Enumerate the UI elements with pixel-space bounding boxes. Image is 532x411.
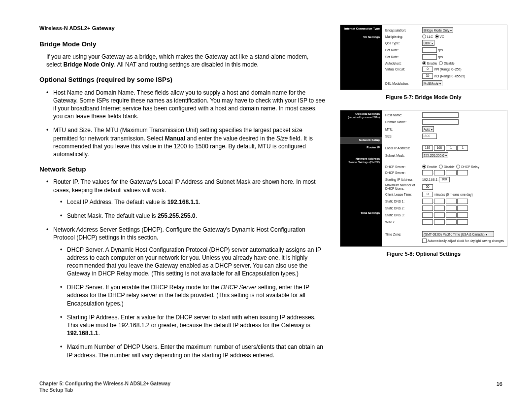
fig8-tab-time: Time Settings — [343, 211, 380, 215]
figure-5-8: Optional Settings (required by some ISPs… — [340, 110, 507, 247]
fig7-tab-vc: VC Settings — [343, 35, 380, 39]
footer-tab: The Setup Tab — [39, 387, 170, 393]
li-hostname: Host Name and Domain Name. These fields … — [46, 89, 325, 121]
heading-bridge-mode: Bridge Mode Only — [39, 40, 325, 49]
li-starting-ip: Starting IP Address. Enter a value for t… — [60, 313, 325, 338]
para-bridge-mode: If you are using your Gateway as a bridg… — [46, 53, 325, 68]
caption-fig8: Figure 5-8: Optional Settings — [340, 251, 507, 257]
li-mtu: MTU and Size. The MTU (Maximum Transmiss… — [46, 126, 325, 158]
fig7-pcr-input[interactable] — [422, 47, 437, 53]
heading-network-setup: Network Setup — [39, 165, 325, 174]
li-max-users: Maximum Number of DHCP Users. Enter the … — [60, 343, 325, 359]
fig8-tab-dhcp: Network Address — [343, 157, 380, 161]
caption-fig7: Figure 5-7: Bridge Mode Only — [340, 94, 507, 100]
footer-chapter: Chapter 5: Configuring the Wireless-N AD… — [39, 380, 170, 387]
fig8-mtu-select[interactable]: Auto — [422, 126, 434, 132]
fig8-domain-input[interactable] — [422, 119, 459, 125]
radio-icon[interactable] — [435, 34, 439, 38]
page-number: 16 — [497, 380, 502, 393]
heading-optional-settings: Optional Settings (required by some ISPs… — [39, 75, 325, 84]
fig7-dsl-select[interactable]: MultiMode — [422, 80, 442, 86]
li-subnet-mask: Subnet Mask. The default value is 255.25… — [60, 212, 325, 220]
figure-5-7: Internet Connection Type VC Settings Enc… — [340, 25, 507, 90]
fig8-size-input[interactable]: 1500 — [422, 134, 437, 139]
checkbox-icon[interactable] — [422, 239, 427, 243]
li-local-ip: Local IP Address. The default value is 1… — [60, 198, 325, 206]
li-dhcp-server: DHCP Server. A Dynamic Host Configuratio… — [60, 246, 325, 278]
li-router-ip: Router IP. The values for the Gateway's … — [46, 178, 325, 220]
fig7-encap-select[interactable]: Bridge Mode Only — [422, 27, 453, 33]
li-nas-dhcp: Network Address Server Settings (DHCP). … — [46, 226, 325, 359]
fig8-tz-select[interactable]: (GMT-08:00) Pacific Time (USA & Canada) — [422, 231, 494, 237]
fig7-vpi-input[interactable]: 0 — [422, 67, 433, 72]
fig8-host-input[interactable] — [422, 112, 459, 118]
li-dhcp-relay: DHCP Server. If you enable the DHCP Rela… — [60, 283, 325, 308]
fig7-vci-input[interactable]: 35 — [422, 73, 433, 79]
radio-icon[interactable] — [422, 61, 426, 65]
fig8-tab-net: Network Setup — [340, 137, 382, 143]
fig7-tab-internet: Internet Connection Type — [343, 27, 380, 31]
radio-icon[interactable] — [422, 34, 426, 38]
fig7-scr-input[interactable] — [422, 54, 437, 60]
fig8-tab-opt: Optional Settings — [343, 112, 380, 116]
fig8-mask-select[interactable]: 255.255.255.0 — [422, 152, 448, 158]
radio-icon[interactable] — [439, 61, 443, 65]
product-line: Wireless-N ADSL2+ Gateway — [39, 25, 325, 32]
fig7-qos-select[interactable]: UBR — [422, 40, 434, 46]
